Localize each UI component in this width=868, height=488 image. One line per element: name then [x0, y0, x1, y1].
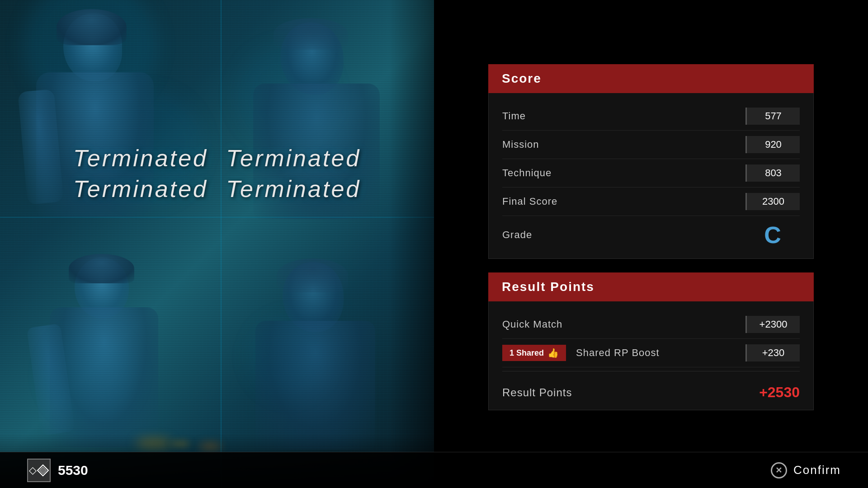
x-button-icon: ✕	[771, 462, 787, 479]
result-total-row: Result Points +2530	[502, 375, 800, 405]
score-title: Score	[502, 71, 542, 85]
score-header: Score	[488, 64, 814, 93]
result-points-header: Result Points	[488, 272, 814, 301]
score-section: Score Time 577 Mission 920 Technique 803…	[488, 64, 814, 259]
currency-display: 5530	[27, 459, 88, 482]
grade-value: C	[745, 221, 800, 249]
currency-amount: 5530	[58, 463, 88, 478]
terminated-text-4: Terminated	[226, 175, 361, 202]
result-row-boost: 1 Shared 👍 Shared RP Boost +230	[502, 339, 800, 367]
result-total-value: +2530	[759, 384, 800, 401]
score-row-mission: Mission 920	[502, 131, 800, 159]
terminated-container: Terminated Terminated Terminated Termina…	[0, 145, 434, 202]
quickmatch-label: Quick Match	[502, 319, 562, 330]
background-panel: Terminated Terminated Terminated Termina…	[0, 0, 434, 488]
final-score-value: 2300	[745, 193, 800, 210]
shared-badge: 1 Shared 👍	[502, 345, 566, 361]
score-rows: Time 577 Mission 920 Technique 803 Final…	[488, 93, 814, 259]
technique-value: 803	[745, 164, 800, 182]
bottom-bar: 5530 ✕ Confirm	[0, 452, 868, 488]
mission-value: 920	[745, 136, 800, 153]
result-points-title: Result Points	[502, 280, 594, 294]
result-divider	[502, 371, 800, 371]
terminated-text-3: Terminated	[73, 175, 208, 202]
confirm-button[interactable]: ✕ Confirm	[771, 462, 841, 479]
right-fade	[389, 0, 434, 488]
quickmatch-value: +2300	[745, 316, 800, 333]
score-row-final: Final Score 2300	[502, 188, 800, 216]
score-row-technique: Technique 803	[502, 159, 800, 188]
currency-icon	[27, 459, 51, 482]
thumbs-up-icon: 👍	[547, 347, 559, 358]
time-label: Time	[502, 110, 526, 122]
terminated-text-2: Terminated	[226, 145, 361, 172]
time-value: 577	[745, 108, 800, 125]
result-row-quickmatch: Quick Match +2300	[502, 310, 800, 339]
result-rows: Quick Match +2300 1 Shared 👍 Shared RP B…	[488, 301, 814, 410]
technique-label: Technique	[502, 167, 552, 179]
score-row-time: Time 577	[502, 102, 800, 131]
boost-value: +230	[745, 344, 800, 361]
mission-label: Mission	[502, 139, 539, 150]
right-panel: Score Time 577 Mission 920 Technique 803…	[434, 0, 868, 488]
boost-label: Shared RP Boost	[571, 347, 745, 359]
terminated-row-1: Terminated Terminated	[73, 145, 361, 172]
shared-count: 1 Shared	[509, 348, 544, 358]
vertical-divider	[221, 0, 222, 488]
final-score-label: Final Score	[502, 196, 557, 207]
horizontal-divider	[0, 217, 434, 218]
terminated-text-1: Terminated	[73, 145, 208, 172]
score-row-grade: Grade C	[502, 216, 800, 254]
confirm-label[interactable]: Confirm	[793, 463, 841, 477]
terminated-row-2: Terminated Terminated	[73, 175, 361, 202]
result-points-section: Result Points Quick Match +2300 1 Shared…	[488, 272, 814, 410]
grade-label: Grade	[502, 229, 532, 241]
diamond-icon	[37, 464, 49, 477]
result-total-label: Result Points	[502, 386, 572, 399]
